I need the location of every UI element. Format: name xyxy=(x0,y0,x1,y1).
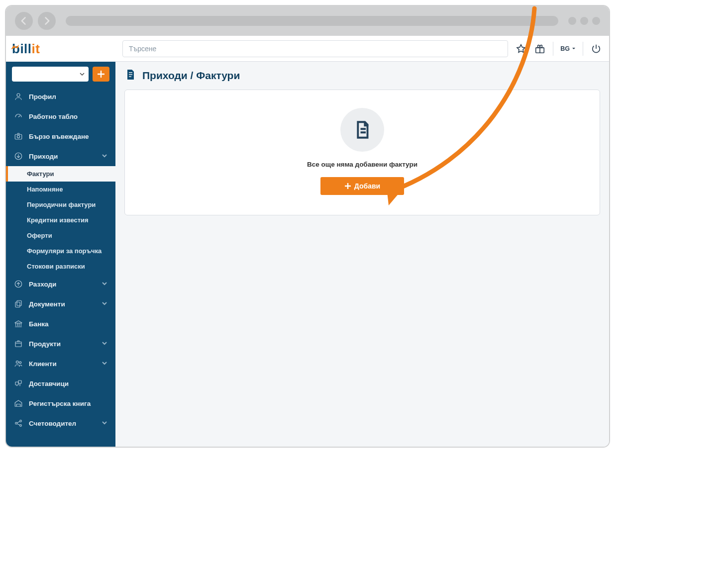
nav-item-bank[interactable]: Банка xyxy=(6,314,115,334)
nav-label: Профил xyxy=(29,93,56,100)
user-icon xyxy=(14,92,23,101)
arrow-down-circle-icon xyxy=(14,152,23,161)
sidebar: billit Профил Работно табло xyxy=(6,36,115,447)
search-input[interactable] xyxy=(122,40,508,57)
document-icon xyxy=(340,108,384,152)
share-icon xyxy=(14,419,23,428)
svg-rect-7 xyxy=(15,342,21,347)
company-row xyxy=(6,62,115,87)
svg-rect-10 xyxy=(15,382,18,385)
sub-item-offers[interactable]: Оферти xyxy=(6,228,115,243)
nav-item-products[interactable]: Продукти xyxy=(6,334,115,354)
chevron-down-icon xyxy=(102,281,107,288)
sub-item-invoices[interactable]: Фактури xyxy=(6,166,115,182)
add-invoice-button[interactable]: Добави xyxy=(320,177,404,195)
empty-state-text: Все още няма добавени фактури xyxy=(307,161,417,168)
bird-icon xyxy=(10,39,19,55)
logo: billit xyxy=(12,41,40,57)
browser-forward-button[interactable] xyxy=(38,12,56,30)
nav-label: Счетоводител xyxy=(29,420,76,427)
dashboard-icon xyxy=(14,112,23,121)
nav-item-documents[interactable]: Документи xyxy=(6,294,115,314)
company-select[interactable] xyxy=(12,67,89,82)
package-icon xyxy=(14,339,23,348)
chevron-down-icon xyxy=(102,360,107,368)
users-icon xyxy=(14,359,23,368)
main: BG Приходи / Фактури Все още няма доба xyxy=(115,36,609,447)
nav-item-accountant[interactable]: Счетоводител xyxy=(6,413,115,433)
svg-point-8 xyxy=(16,361,18,364)
nav-label: Банка xyxy=(29,320,49,328)
plus-icon xyxy=(344,183,351,190)
page-title: Приходи / Фактури xyxy=(142,70,240,82)
sub-item-recurring[interactable]: Периодични фактури xyxy=(6,197,115,212)
nav-label: Документи xyxy=(29,300,65,308)
svg-rect-6 xyxy=(15,302,20,307)
add-button[interactable] xyxy=(93,67,109,82)
chevron-down-icon xyxy=(102,153,107,160)
chevron-down-icon xyxy=(102,420,107,427)
browser-url-bar[interactable] xyxy=(66,16,558,26)
logo-bar: billit xyxy=(6,36,115,62)
logo-text-ill: ill xyxy=(20,41,31,56)
empty-state-card: Все още няма добавени фактури Добави xyxy=(124,90,600,215)
sub-item-goods-receipts[interactable]: Стокови разписки xyxy=(6,259,115,274)
svg-rect-11 xyxy=(18,380,21,383)
nav-item-clients[interactable]: Клиенти xyxy=(6,354,115,374)
bank-icon xyxy=(14,319,23,328)
power-icon[interactable] xyxy=(590,43,602,55)
plus-icon xyxy=(97,70,105,78)
nav-label: Регистърска книга xyxy=(29,400,91,407)
star-icon[interactable] xyxy=(515,43,527,55)
divider xyxy=(553,42,553,56)
svg-rect-5 xyxy=(17,300,21,306)
chevron-down-icon xyxy=(102,340,107,348)
app: billit Профил Работно табло xyxy=(6,36,609,447)
arrow-up-circle-icon xyxy=(14,280,23,288)
chevron-down-icon xyxy=(80,72,85,77)
language-switch[interactable]: BG xyxy=(560,45,576,52)
topbar: BG xyxy=(115,36,609,62)
gift-icon[interactable] xyxy=(534,43,546,55)
nav-item-income[interactable]: Приходи xyxy=(6,146,115,166)
chevron-down-icon xyxy=(102,300,107,308)
nav-item-suppliers[interactable]: Доставчици xyxy=(6,374,115,393)
nav-label: Доставчици xyxy=(29,380,69,387)
camera-icon xyxy=(14,132,23,141)
caret-down-icon xyxy=(572,47,576,51)
browser-window: billit Профил Работно табло xyxy=(5,5,610,448)
sub-item-reminders[interactable]: Напомняне xyxy=(6,182,115,197)
sub-item-credit-notes[interactable]: Кредитни известия xyxy=(6,212,115,228)
nav-item-expenses[interactable]: Разходи xyxy=(6,274,115,294)
browser-back-button[interactable] xyxy=(15,12,33,30)
nav-label: Приходи xyxy=(29,153,58,160)
nav-sub-income: Фактури Напомняне Периодични фактури Кре… xyxy=(6,166,115,274)
window-dot xyxy=(568,17,576,25)
svg-point-2 xyxy=(17,135,19,138)
copy-icon xyxy=(14,299,23,308)
nav-item-dashboard[interactable]: Работно табло xyxy=(6,106,115,126)
lang-label: BG xyxy=(560,45,570,52)
browser-window-controls xyxy=(568,17,600,25)
nav-label: Работно табло xyxy=(29,113,78,120)
logo-text-it: it xyxy=(32,41,40,56)
warehouse-icon xyxy=(14,399,23,408)
supplier-icon xyxy=(14,379,23,388)
nav-label: Разходи xyxy=(29,281,56,288)
nav-item-register-book[interactable]: Регистърска книга xyxy=(6,393,115,413)
divider xyxy=(583,42,583,56)
nav-item-profile[interactable]: Профил xyxy=(6,87,115,106)
window-dot xyxy=(580,17,588,25)
page-head: Приходи / Фактури xyxy=(115,62,609,90)
svg-point-9 xyxy=(19,362,21,364)
nav-list: Профил Работно табло Бързо въвеждане При… xyxy=(6,87,115,433)
window-dot xyxy=(592,17,600,25)
nav-label: Продукти xyxy=(29,340,61,348)
nav-label: Бързо въвеждане xyxy=(29,133,89,140)
browser-chrome xyxy=(6,6,609,36)
sub-item-order-forms[interactable]: Формуляри за поръчка xyxy=(6,243,115,259)
svg-point-0 xyxy=(17,94,20,96)
invoice-icon xyxy=(124,69,136,83)
cta-label: Добави xyxy=(354,182,380,190)
nav-item-quick-entry[interactable]: Бързо въвеждане xyxy=(6,126,115,146)
